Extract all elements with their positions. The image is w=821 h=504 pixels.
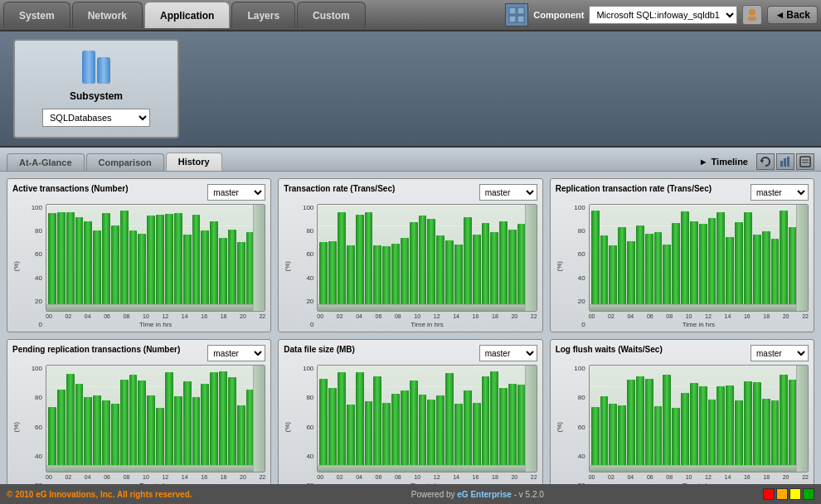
chart-bar (57, 390, 66, 472)
chart-y-tick: 40 (306, 453, 313, 460)
chart-bar (618, 227, 626, 311)
chart-bar (93, 230, 101, 311)
chart-x-tick: 12 (162, 313, 168, 319)
chart-x-tick: 18 (763, 313, 770, 319)
chart-bar (365, 401, 373, 472)
chart-x-tick: 00 (589, 313, 595, 319)
chart-db-select[interactable]: master (207, 345, 265, 361)
tab-system[interactable]: System (3, 2, 70, 28)
chart-bar (753, 382, 761, 472)
svg-rect-10 (800, 157, 810, 167)
chart-bar (102, 213, 110, 311)
tab-history[interactable]: History (166, 153, 222, 171)
chart-title: Pending replication transactions (Number… (12, 345, 204, 355)
chart-x-tick: 04 (627, 474, 634, 480)
chart-bar (219, 371, 227, 472)
chart-bar (237, 242, 245, 311)
chart-x-axis: 000204060810121416182022 (317, 472, 537, 480)
chart-x-tick: 00 (46, 313, 52, 319)
back-button[interactable]: ◄ Back (767, 6, 818, 24)
chart-icon[interactable] (776, 153, 794, 170)
chart-bar (120, 211, 129, 311)
chart-bar (672, 223, 680, 311)
tab-comparison[interactable]: Comparison (86, 153, 164, 171)
chart-x-tick: 10 (143, 474, 149, 480)
chart-bar (174, 396, 182, 472)
chart-db-select[interactable]: master (751, 345, 809, 361)
chart-db-select[interactable]: master (479, 345, 537, 361)
agent-icon[interactable] (742, 5, 762, 25)
chart-bar (735, 222, 743, 311)
chart-y-tick: 80 (578, 227, 585, 235)
chart-x-tick: 14 (453, 313, 459, 319)
tab-application[interactable]: Application (144, 2, 230, 28)
chart-bar (681, 211, 689, 311)
top-nav: System Network Application Layers Custom… (0, 0, 821, 32)
grid-view-icon[interactable] (505, 3, 528, 27)
chart-graph (589, 204, 809, 312)
chart-bar (228, 230, 236, 311)
chart-x-tick: 12 (705, 474, 712, 480)
chart-x-tick: 10 (414, 313, 420, 319)
chart-y-label: (%) (12, 422, 20, 432)
chart-bar (356, 215, 364, 311)
refresh-icon[interactable] (756, 153, 775, 170)
chart-bar (57, 212, 66, 311)
tab-layers[interactable]: Layers (231, 2, 295, 28)
svg-rect-8 (784, 158, 786, 167)
chart-db-select[interactable]: master (207, 184, 265, 201)
chart-x-tick: 02 (337, 313, 343, 319)
chart-bar (482, 376, 490, 472)
chart-bar (401, 238, 409, 311)
chart-y-tick: 60 (306, 250, 313, 258)
chart-y-tick: 0 (581, 321, 585, 328)
chart-x-tick: 10 (414, 474, 420, 480)
chart-x-tick: 08 (124, 313, 130, 319)
chart-x-tick: 14 (182, 474, 188, 480)
chart-x-tick: 12 (434, 313, 440, 319)
chart-x-tick: 08 (666, 474, 673, 480)
chart-db-select[interactable]: master (479, 184, 537, 201)
chart-bar (410, 222, 418, 311)
chart-bar (138, 380, 146, 472)
chart-x-tick: 04 (85, 474, 91, 480)
chart-pending_replication_transactions_(number): Pending replication transactions (Number… (7, 339, 271, 484)
chart-bar (508, 384, 517, 472)
chart-x-tick: 18 (492, 474, 498, 480)
chart-y-tick: 20 (578, 298, 585, 305)
chart-bar (365, 212, 373, 311)
chart-bar (600, 396, 609, 472)
chart-x-tick: 02 (337, 474, 343, 480)
chart-y-tick: 100 (303, 365, 313, 372)
chart-y-tick: 60 (35, 424, 42, 431)
chart-x-tick: 10 (686, 313, 692, 319)
chart-y-tick: 20 (35, 298, 42, 305)
timeline-button[interactable]: ► Timeline (699, 157, 748, 167)
chart-db-select[interactable]: master (751, 184, 809, 201)
chart-bar (627, 241, 635, 311)
chart-y-tick: 40 (578, 274, 585, 282)
chart-bar (762, 399, 770, 472)
chart-bar (84, 397, 92, 472)
chart-bar (183, 235, 192, 311)
chart-x-tick: 06 (647, 313, 653, 319)
export-icon[interactable] (796, 153, 814, 170)
subsystem-select[interactable]: SQLDatabases (42, 109, 150, 127)
chart-x-tick: 08 (395, 313, 401, 319)
color-box-orange (776, 488, 788, 500)
chart-bar (636, 376, 644, 472)
tab-custom[interactable]: Custom (297, 2, 366, 28)
tab-at-a-glance[interactable]: At-A-Glance (7, 153, 85, 171)
chart-bar (726, 385, 734, 472)
component-select[interactable]: Microsoft SQL:infoway_sqldb1 (589, 6, 737, 24)
chart-x-tick: 04 (627, 313, 634, 319)
chart-y-tick: 100 (574, 204, 585, 211)
chart-x-tick: 14 (453, 474, 459, 480)
charts-area[interactable]: Active transactions (Number)master(%)100… (0, 172, 821, 484)
svg-rect-7 (780, 161, 783, 167)
footer-color-boxes (763, 488, 814, 500)
chart-x-tick: 18 (492, 313, 498, 319)
chart-y-label: (%) (556, 422, 563, 432)
chart-x-label: Time in hrs (46, 482, 265, 484)
tab-network[interactable]: Network (72, 2, 143, 28)
